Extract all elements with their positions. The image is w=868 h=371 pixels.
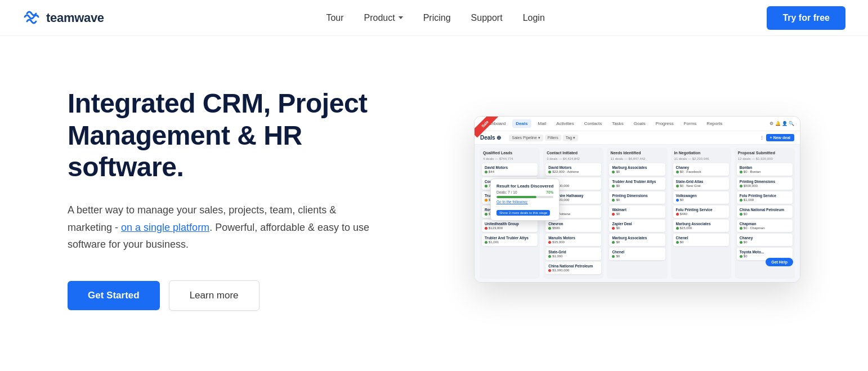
hero-content: Integrated CRM, Project Management & HR … xyxy=(68,88,383,311)
tab-reports[interactable]: Reports xyxy=(703,119,726,128)
new-deal-button[interactable]: + New deal xyxy=(766,134,794,141)
tab-contacts[interactable]: Contacts xyxy=(581,119,606,128)
kanban-col-needs: Needs Identified 11 deals — $4,847,442 M… xyxy=(607,148,667,279)
kanban-card[interactable]: Marburg Associates$0 xyxy=(609,163,665,176)
nav-support[interactable]: Support xyxy=(471,13,503,23)
tooltip-progress-fill xyxy=(496,196,536,198)
kanban-card[interactable]: Marburg Associates$15,000 xyxy=(673,220,729,232)
tab-goals[interactable]: Goals xyxy=(630,119,649,128)
learn-more-button[interactable]: Learn more xyxy=(169,280,259,311)
nav-tour[interactable]: Tour xyxy=(326,13,343,23)
tab-activities[interactable]: Activities xyxy=(553,119,578,128)
filter-tag[interactable]: Tag ▾ xyxy=(563,135,578,141)
tooltip-cta-button[interactable]: Show 3 more deals to this stage xyxy=(496,210,550,216)
kanban-col-negotiation: In Negotiation 11 deals — $2,230,046 Cha… xyxy=(671,148,731,279)
hero-buttons: Get Started Learn more xyxy=(68,280,383,311)
dashboard-tab-bar: Dashboard Deals Mail Activities Contacts… xyxy=(475,117,800,131)
kanban-card[interactable]: Manulis Motors$15,000 xyxy=(545,234,601,246)
tab-deals[interactable]: Deals xyxy=(512,119,531,128)
kanban-card[interactable]: Printing Dimensions$0 xyxy=(609,191,665,204)
kanban-card[interactable]: State-Grid$1,000 xyxy=(545,248,601,260)
kanban-card[interactable]: Trubler And Trubler Attys$1,001 xyxy=(482,234,538,246)
try-for-free-button[interactable]: Try for free xyxy=(767,6,845,30)
kanban-card[interactable]: China National Petroleum$1,000,000 xyxy=(545,262,601,274)
logo[interactable]: teamwave xyxy=(23,9,104,27)
dashboard-screenshot: Sale Dashboard Deals Mail Activities Con… xyxy=(474,116,800,283)
kanban-card[interactable]: Chevron$500 xyxy=(545,220,601,232)
get-started-button[interactable]: Get Started xyxy=(68,281,160,310)
kanban-card[interactable]: Trubler And Trubler Attys$0 xyxy=(609,177,665,190)
kanban-card[interactable]: Chenel$0 xyxy=(609,248,665,260)
hero-subtext: A better way to manage your sales, proje… xyxy=(68,202,383,253)
nav-actions: Try for free xyxy=(767,6,845,30)
kanban-card[interactable]: China National Petroleum$0 xyxy=(737,205,793,218)
kanban-card[interactable]: Chapman$0 · Chapman xyxy=(737,220,793,232)
kanban-card[interactable]: Folu Printing Service$440 xyxy=(673,205,729,218)
navbar: teamwave Tour Product Pricing Support Lo… xyxy=(0,0,868,36)
kanban-card[interactable]: Volkswagen$0 xyxy=(673,191,729,204)
logo-text: teamwave xyxy=(46,11,104,25)
hero-section: Integrated CRM, Project Management & HR … xyxy=(0,36,868,363)
kanban-tooltip: Result for Leads Discovered Deals: 7 / 1… xyxy=(490,178,560,221)
nav-login[interactable]: Login xyxy=(523,13,545,23)
kanban-card[interactable]: Chenel$0 xyxy=(673,234,729,246)
hero-illustration: Sale Dashboard Deals Mail Activities Con… xyxy=(383,116,800,283)
kanban-card[interactable]: Chaney$0 xyxy=(737,234,793,246)
nav-pricing[interactable]: Pricing xyxy=(423,13,451,23)
kanban-card[interactable]: Chaney$0 · Facebook xyxy=(673,163,729,176)
tooltip-progress-bar xyxy=(496,196,553,198)
kanban-card[interactable]: State-Grid Atlas$0 · New Grid xyxy=(673,177,729,190)
get-help-button[interactable]: Get Help xyxy=(766,258,793,266)
hero-headline: Integrated CRM, Project Management & HR … xyxy=(68,88,383,184)
tab-progress[interactable]: Progress xyxy=(652,119,677,128)
filter-filters[interactable]: Filters xyxy=(545,135,561,141)
kanban-card[interactable]: Folu Printing Service$1,000 xyxy=(737,191,793,204)
tab-forms[interactable]: Forms xyxy=(681,119,700,128)
nav-product[interactable]: Product xyxy=(364,13,403,23)
kanban-card[interactable]: Unitedhealth Group$123,000 xyxy=(482,220,538,232)
tab-tasks[interactable]: Tasks xyxy=(609,119,627,128)
kanban-card[interactable]: Bontan$0 · Bontan xyxy=(737,163,793,176)
teamwave-logo-icon xyxy=(23,9,41,27)
kanban-card[interactable]: Zapier Deal$0 xyxy=(609,220,665,232)
sale-badge: Sale xyxy=(475,117,499,138)
kanban-card[interactable]: David Motors$44 xyxy=(482,163,538,176)
filter-pipeline[interactable]: Sales Pipeline ▾ xyxy=(509,135,543,141)
kanban-board: Result for Leads Discovered Deals: 7 / 1… xyxy=(475,145,800,282)
chevron-down-icon xyxy=(399,16,403,19)
tab-mail[interactable]: Mail xyxy=(535,119,550,128)
platform-link[interactable]: on a single platform xyxy=(121,222,209,233)
kanban-card[interactable]: Walmart$0 xyxy=(609,205,665,218)
kanban-card[interactable]: Marburg Associates$0 xyxy=(609,234,665,246)
kanban-card[interactable]: David Motors$22,000 · Adriene xyxy=(545,163,601,176)
tooltip-link[interactable]: Go to the following: xyxy=(496,200,553,204)
nav-links: Tour Product Pricing Support Login xyxy=(326,13,544,23)
dashboard-toolbar: Deals ⊕ Sales Pipeline ▾ Filters Tag ▾ ⋮… xyxy=(475,131,800,145)
kanban-card[interactable]: Printing Dimensions$500,000 xyxy=(737,177,793,190)
